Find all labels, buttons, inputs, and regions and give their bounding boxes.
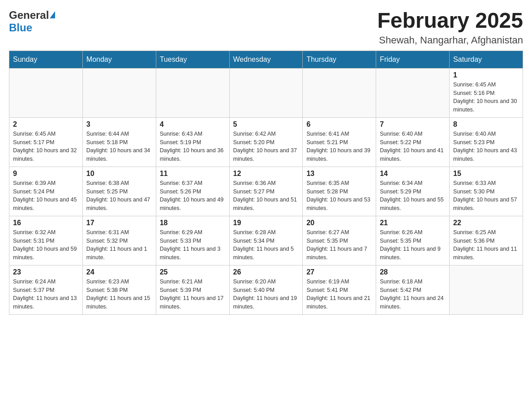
day-number: 19 <box>233 219 299 227</box>
day-number: 24 <box>86 268 152 276</box>
day-number: 7 <box>380 120 446 128</box>
calendar-week-row: 1Sunrise: 6:45 AMSunset: 5:16 PMDaylight… <box>9 68 523 117</box>
day-number: 3 <box>86 120 152 128</box>
day-number: 4 <box>160 120 226 128</box>
header-friday: Friday <box>376 51 450 68</box>
sun-info: Sunrise: 6:19 AMSunset: 5:41 PMDaylight:… <box>306 278 372 311</box>
day-number: 27 <box>306 268 372 276</box>
day-number: 26 <box>233 268 299 276</box>
table-row: 6Sunrise: 6:41 AMSunset: 5:21 PMDaylight… <box>303 117 376 167</box>
table-row: 16Sunrise: 6:32 AMSunset: 5:31 PMDayligh… <box>9 216 83 265</box>
day-number: 23 <box>13 268 79 276</box>
sun-info: Sunrise: 6:35 AMSunset: 5:28 PMDaylight:… <box>306 179 372 213</box>
table-row <box>9 68 83 117</box>
sun-info: Sunrise: 6:28 AMSunset: 5:34 PMDaylight:… <box>233 228 299 262</box>
sun-info: Sunrise: 6:43 AMSunset: 5:19 PMDaylight:… <box>160 130 226 163</box>
table-row: 5Sunrise: 6:42 AMSunset: 5:20 PMDaylight… <box>229 117 303 167</box>
sun-info: Sunrise: 6:40 AMSunset: 5:23 PMDaylight:… <box>453 130 519 163</box>
table-row: 2Sunrise: 6:45 AMSunset: 5:17 PMDaylight… <box>9 117 83 167</box>
day-number: 21 <box>380 219 446 227</box>
table-row: 17Sunrise: 6:31 AMSunset: 5:32 PMDayligh… <box>82 216 156 265</box>
header-tuesday: Tuesday <box>156 51 229 68</box>
header-saturday: Saturday <box>450 51 523 68</box>
table-row: 11Sunrise: 6:37 AMSunset: 5:26 PMDayligh… <box>156 167 229 216</box>
sun-info: Sunrise: 6:33 AMSunset: 5:30 PMDaylight:… <box>453 179 519 213</box>
logo: General Blue <box>9 9 55 34</box>
table-row: 23Sunrise: 6:24 AMSunset: 5:37 PMDayligh… <box>9 265 83 314</box>
table-row: 22Sunrise: 6:25 AMSunset: 5:36 PMDayligh… <box>450 216 523 265</box>
sun-info: Sunrise: 6:39 AMSunset: 5:24 PMDaylight:… <box>13 179 79 213</box>
sun-info: Sunrise: 6:25 AMSunset: 5:36 PMDaylight:… <box>453 228 519 262</box>
table-row: 7Sunrise: 6:40 AMSunset: 5:22 PMDaylight… <box>376 117 450 167</box>
table-row: 19Sunrise: 6:28 AMSunset: 5:34 PMDayligh… <box>229 216 303 265</box>
table-row: 1Sunrise: 6:45 AMSunset: 5:16 PMDaylight… <box>450 68 523 117</box>
day-number: 22 <box>453 219 519 227</box>
day-number: 17 <box>86 219 152 227</box>
logo-general-text: General <box>9 9 49 21</box>
table-row: 26Sunrise: 6:20 AMSunset: 5:40 PMDayligh… <box>229 265 303 314</box>
sun-info: Sunrise: 6:18 AMSunset: 5:42 PMDaylight:… <box>380 278 446 311</box>
table-row: 3Sunrise: 6:44 AMSunset: 5:18 PMDaylight… <box>82 117 156 167</box>
table-row: 20Sunrise: 6:27 AMSunset: 5:35 PMDayligh… <box>303 216 376 265</box>
calendar-week-row: 23Sunrise: 6:24 AMSunset: 5:37 PMDayligh… <box>9 265 523 314</box>
sun-info: Sunrise: 6:20 AMSunset: 5:40 PMDaylight:… <box>233 278 299 311</box>
table-row: 25Sunrise: 6:21 AMSunset: 5:39 PMDayligh… <box>156 265 229 314</box>
header-monday: Monday <box>82 51 156 68</box>
sun-info: Sunrise: 6:37 AMSunset: 5:26 PMDaylight:… <box>160 179 226 213</box>
table-row: 27Sunrise: 6:19 AMSunset: 5:41 PMDayligh… <box>303 265 376 314</box>
day-number: 13 <box>306 170 372 178</box>
sun-info: Sunrise: 6:41 AMSunset: 5:21 PMDaylight:… <box>306 130 372 163</box>
sun-info: Sunrise: 6:44 AMSunset: 5:18 PMDaylight:… <box>86 130 152 163</box>
day-number: 16 <box>13 219 79 227</box>
day-number: 15 <box>453 170 519 178</box>
header-sunday: Sunday <box>9 51 83 68</box>
day-number: 5 <box>233 120 299 128</box>
day-number: 25 <box>160 268 226 276</box>
header-wednesday: Wednesday <box>229 51 303 68</box>
day-number: 20 <box>306 219 372 227</box>
table-row <box>229 68 303 117</box>
day-number: 6 <box>306 120 372 128</box>
sun-info: Sunrise: 6:26 AMSunset: 5:35 PMDaylight:… <box>380 228 446 262</box>
table-row: 10Sunrise: 6:38 AMSunset: 5:25 PMDayligh… <box>82 167 156 216</box>
table-row: 4Sunrise: 6:43 AMSunset: 5:19 PMDaylight… <box>156 117 229 167</box>
table-row: 18Sunrise: 6:29 AMSunset: 5:33 PMDayligh… <box>156 216 229 265</box>
day-number: 8 <box>453 120 519 128</box>
table-row: 12Sunrise: 6:36 AMSunset: 5:27 PMDayligh… <box>229 167 303 216</box>
sun-info: Sunrise: 6:21 AMSunset: 5:39 PMDaylight:… <box>160 278 226 311</box>
day-number: 18 <box>160 219 226 227</box>
logo-triangle-icon <box>50 11 55 18</box>
day-number: 9 <box>13 170 79 178</box>
calendar-subtitle: Shewah, Nangarhar, Afghanistan <box>377 34 523 46</box>
sun-info: Sunrise: 6:31 AMSunset: 5:32 PMDaylight:… <box>86 228 152 262</box>
calendar-week-row: 9Sunrise: 6:39 AMSunset: 5:24 PMDaylight… <box>9 167 523 216</box>
table-row <box>376 68 450 117</box>
day-number: 10 <box>86 170 152 178</box>
table-row: 9Sunrise: 6:39 AMSunset: 5:24 PMDaylight… <box>9 167 83 216</box>
day-number: 14 <box>380 170 446 178</box>
page-header: General Blue February 2025 Shewah, Nanga… <box>9 9 523 46</box>
sun-info: Sunrise: 6:27 AMSunset: 5:35 PMDaylight:… <box>306 228 372 262</box>
sun-info: Sunrise: 6:38 AMSunset: 5:25 PMDaylight:… <box>86 179 152 213</box>
logo-blue-text: Blue <box>9 21 32 34</box>
sun-info: Sunrise: 6:42 AMSunset: 5:20 PMDaylight:… <box>233 130 299 163</box>
calendar-table: Sunday Monday Tuesday Wednesday Thursday… <box>9 51 523 315</box>
table-row <box>450 265 523 314</box>
sun-info: Sunrise: 6:23 AMSunset: 5:38 PMDaylight:… <box>86 278 152 311</box>
sun-info: Sunrise: 6:29 AMSunset: 5:33 PMDaylight:… <box>160 228 226 262</box>
table-row: 14Sunrise: 6:34 AMSunset: 5:29 PMDayligh… <box>376 167 450 216</box>
day-number: 2 <box>13 120 79 128</box>
day-number: 1 <box>453 71 519 79</box>
weekday-header-row: Sunday Monday Tuesday Wednesday Thursday… <box>9 51 523 68</box>
table-row: 24Sunrise: 6:23 AMSunset: 5:38 PMDayligh… <box>82 265 156 314</box>
table-row: 28Sunrise: 6:18 AMSunset: 5:42 PMDayligh… <box>376 265 450 314</box>
title-block: February 2025 Shewah, Nangarhar, Afghani… <box>377 9 523 46</box>
table-row <box>303 68 376 117</box>
table-row <box>156 68 229 117</box>
header-thursday: Thursday <box>303 51 376 68</box>
sun-info: Sunrise: 6:34 AMSunset: 5:29 PMDaylight:… <box>380 179 446 213</box>
sun-info: Sunrise: 6:45 AMSunset: 5:16 PMDaylight:… <box>453 81 519 114</box>
sun-info: Sunrise: 6:24 AMSunset: 5:37 PMDaylight:… <box>13 278 79 311</box>
sun-info: Sunrise: 6:45 AMSunset: 5:17 PMDaylight:… <box>13 130 79 163</box>
calendar-week-row: 16Sunrise: 6:32 AMSunset: 5:31 PMDayligh… <box>9 216 523 265</box>
